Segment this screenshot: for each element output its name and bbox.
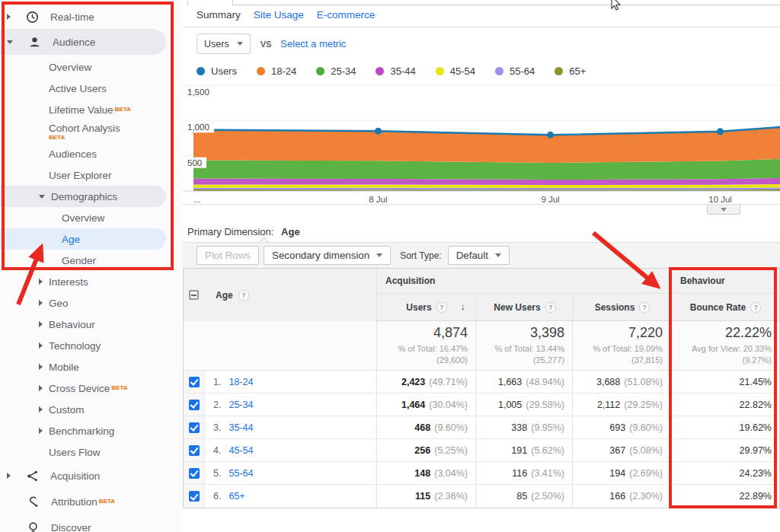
dimension-header-label: Age bbox=[216, 290, 233, 301]
group-header-behaviour: Behaviour bbox=[671, 269, 779, 293]
chart-separator bbox=[183, 204, 780, 205]
sidebar: Real-time Audience Overview Active Users… bbox=[0, 0, 183, 532]
chart-drawer-toggle[interactable] bbox=[707, 205, 740, 215]
sidebar-item-cross-device[interactable]: Cross DeviceBETA bbox=[0, 377, 183, 399]
sidebar-item-benchmarking[interactable]: Benchmarking bbox=[0, 420, 183, 441]
lightbulb-icon bbox=[25, 521, 40, 532]
legend-item-45-54: 45-54 bbox=[436, 65, 475, 77]
sidebar-item-audience[interactable]: Audience bbox=[0, 29, 166, 55]
expand-icon bbox=[7, 473, 11, 479]
totals-new-users: 3,398 % of Total: 13.44% (25,277) bbox=[475, 321, 572, 370]
sidebar-item-acquisition[interactable]: Acquisition bbox=[0, 463, 183, 489]
clock-icon bbox=[24, 11, 40, 24]
sidebar-item-demographics[interactable]: Demographics bbox=[0, 186, 166, 207]
sort-type-label: Sort Type: bbox=[400, 250, 441, 261]
beta-badge: BETA bbox=[111, 385, 127, 391]
sidebar-item-attribution[interactable]: AttributionBETA bbox=[0, 489, 183, 514]
help-icon[interactable] bbox=[436, 302, 447, 313]
expand-icon bbox=[39, 385, 43, 391]
legend-item-users: Users bbox=[197, 65, 237, 77]
sidebar-item-technology[interactable]: Technology bbox=[0, 335, 183, 356]
sidebar-item-cohort-analysis[interactable]: Cohort AnalysisBETA bbox=[0, 120, 183, 143]
totals-sessions: 7,220 % of Total: 19.09% (37,815) bbox=[572, 321, 670, 370]
person-icon bbox=[27, 36, 42, 49]
sidebar-item-discover[interactable]: Discover bbox=[0, 514, 183, 532]
tab-ecommerce[interactable]: E-commerce bbox=[317, 9, 376, 21]
svg-text:10 Jul: 10 Jul bbox=[708, 195, 732, 204]
row-checkbox[interactable] bbox=[189, 400, 200, 410]
help-icon[interactable] bbox=[238, 290, 249, 301]
row-checkbox[interactable] bbox=[189, 491, 200, 502]
sidebar-item-demographics-overview[interactable]: Overview bbox=[0, 207, 183, 228]
age-link[interactable]: 18-24 bbox=[229, 377, 253, 387]
expand-icon bbox=[39, 321, 43, 327]
tab-site-usage[interactable]: Site Usage bbox=[254, 9, 304, 21]
sidebar-item-users-flow[interactable]: Users Flow bbox=[0, 441, 183, 463]
help-icon[interactable] bbox=[639, 302, 650, 313]
svg-text:8 Jul: 8 Jul bbox=[369, 195, 387, 204]
chevron-down-icon bbox=[237, 42, 243, 46]
secondary-dimension-button[interactable]: Secondary dimension bbox=[264, 246, 391, 265]
sidebar-item-geo[interactable]: Geo bbox=[0, 292, 183, 314]
totals-bounce-rate: 22.22% Avg for View: 20.33% (9.27%) bbox=[670, 321, 779, 370]
age-link[interactable]: 65+ bbox=[229, 491, 245, 502]
help-icon[interactable] bbox=[545, 302, 556, 313]
metric-dropdown[interactable]: Users bbox=[197, 33, 251, 54]
row-checkbox[interactable] bbox=[189, 445, 200, 456]
legend-dot bbox=[555, 67, 563, 75]
age-link[interactable]: 55-64 bbox=[229, 468, 253, 479]
acquisition-icon bbox=[24, 470, 40, 483]
expand-icon bbox=[39, 279, 43, 285]
table-row: 5.55-64 148(3.04%) 116(3.41%) 194(2.69%)… bbox=[184, 462, 779, 485]
row-checkbox[interactable] bbox=[189, 377, 200, 387]
help-icon[interactable] bbox=[750, 302, 761, 313]
legend-dot bbox=[436, 67, 444, 75]
expand-icon bbox=[39, 428, 43, 434]
legend-dot bbox=[495, 67, 503, 75]
legend-item-65plus: 65+ bbox=[555, 65, 586, 77]
row-checkbox[interactable] bbox=[189, 422, 200, 433]
plot-rows-button[interactable]: Plot Rows bbox=[197, 246, 259, 265]
column-header-users[interactable]: Users bbox=[377, 294, 476, 320]
sidebar-item-interests[interactable]: Interests bbox=[0, 271, 183, 292]
table-row: 2.25-34 1,464(30.04%) 1,005(29.58%) 2,11… bbox=[184, 393, 779, 416]
sidebar-item-custom[interactable]: Custom bbox=[0, 399, 183, 420]
report-main: Summary Site Usage E-commerce Users VS S… bbox=[183, 0, 780, 532]
expand-icon bbox=[39, 300, 43, 306]
primary-dimension-value[interactable]: Age bbox=[281, 226, 300, 237]
legend-dot bbox=[316, 67, 324, 75]
users-timeseries-chart: 5001,0001,500...8 Jul9 Jul10 Jul bbox=[183, 82, 780, 204]
beta-badge: BETA bbox=[49, 135, 65, 141]
row-checkbox[interactable] bbox=[189, 468, 200, 479]
sidebar-item-real-time[interactable]: Real-time bbox=[0, 5, 183, 29]
sort-type-dropdown[interactable]: Default bbox=[448, 246, 510, 265]
age-link[interactable]: 35-44 bbox=[229, 422, 253, 433]
sidebar-item-behaviour[interactable]: Behaviour bbox=[0, 314, 183, 335]
table-row: 3.35-44 468(9.60%) 338(9.95%) 693(9.60%)… bbox=[184, 416, 779, 439]
column-header-sessions[interactable]: Sessions bbox=[573, 294, 671, 320]
age-link[interactable]: 25-34 bbox=[229, 400, 253, 410]
sidebar-item-active-users[interactable]: Active Users bbox=[0, 78, 183, 99]
legend-dot bbox=[257, 67, 265, 75]
select-all-checkbox[interactable] bbox=[189, 290, 199, 300]
primary-dimension-row: Primary Dimension: Age bbox=[187, 226, 300, 237]
select-metric-link[interactable]: Select a metric bbox=[280, 38, 346, 49]
legend-item-18-24: 18-24 bbox=[257, 65, 296, 77]
group-header-row: Acquisition Behaviour bbox=[377, 269, 779, 294]
sidebar-item-lifetime-value[interactable]: Lifetime ValueBETA bbox=[0, 99, 183, 120]
sidebar-item-mobile[interactable]: Mobile bbox=[0, 356, 183, 377]
sidebar-item-user-explorer[interactable]: User Explorer bbox=[0, 164, 183, 186]
sidebar-item-gender[interactable]: Gender bbox=[0, 250, 183, 271]
column-header-bounce-rate[interactable]: Bounce Rate bbox=[671, 294, 779, 320]
column-header-new-users[interactable]: New Users bbox=[476, 294, 573, 320]
sidebar-item-age[interactable]: Age bbox=[0, 228, 166, 250]
primary-dimension-label: Primary Dimension: bbox=[187, 226, 273, 237]
sidebar-item-overview[interactable]: Overview bbox=[0, 56, 183, 78]
metric-dropdown-value: Users bbox=[204, 39, 229, 49]
sidebar-item-audiences[interactable]: Audiences bbox=[0, 143, 183, 164]
dimension-header-cell[interactable]: Age bbox=[184, 269, 377, 321]
group-header-acquisition: Acquisition bbox=[377, 269, 671, 293]
age-link[interactable]: 45-54 bbox=[229, 445, 253, 456]
table-header: Age Acquisition Behaviour Users New User… bbox=[184, 269, 779, 321]
tab-summary[interactable]: Summary bbox=[197, 9, 241, 21]
